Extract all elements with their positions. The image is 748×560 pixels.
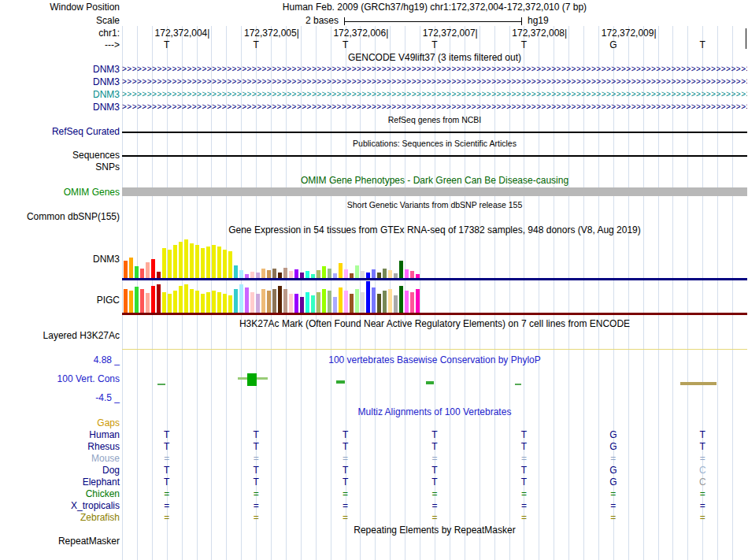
ruler-base: T xyxy=(658,39,747,50)
multiz-base: T xyxy=(211,465,300,476)
multiz-base: = xyxy=(211,453,300,464)
repeatmasker-track-title: Repeating Elements by RepeatMasker xyxy=(122,525,747,536)
gtex-tissue-bar xyxy=(289,294,293,313)
ruler-coordinate-label: 172,372,004| xyxy=(123,28,209,39)
layered-h3k27ac-label[interactable]: Layered H3K27Ac xyxy=(0,330,120,341)
scale-bar-right-tick xyxy=(521,17,522,25)
multiz-base: = xyxy=(480,500,568,511)
gtex-tissue-bar xyxy=(366,281,370,313)
multiz-base: = xyxy=(390,500,479,511)
scale-bar xyxy=(344,21,522,22)
multiz-base: T xyxy=(390,477,479,488)
gtex-tissue-bar xyxy=(278,273,282,278)
multiz-species-label[interactable]: Elephant xyxy=(0,477,120,488)
multiz-base: T xyxy=(301,477,390,488)
omim-gene-bar[interactable] xyxy=(122,187,747,196)
gtex-tissue-bar xyxy=(179,242,183,278)
multiz-species-label[interactable]: Mouse xyxy=(0,453,120,464)
sequences-label[interactable]: Sequences xyxy=(0,150,120,161)
multiz-species-label[interactable]: X_tropicalis xyxy=(0,500,120,511)
gencode-gene-model[interactable]: >>>>>>>>>>>>>>>>>>>>>>>>>>>>>>>>>>>>>>>>… xyxy=(122,89,747,100)
gencode-gene-model[interactable]: >>>>>>>>>>>>>>>>>>>>>>>>>>>>>>>>>>>>>>>>… xyxy=(122,76,747,87)
gtex-tissue-bar xyxy=(217,247,221,278)
gencode-gene-label[interactable]: DNM3 xyxy=(0,64,120,75)
gtex-tissue-bar xyxy=(151,259,155,278)
multiz-base: = xyxy=(658,500,747,511)
multiz-base: = xyxy=(658,453,747,464)
gtex-tissue-bar xyxy=(261,269,265,278)
gtex-tissue-bar xyxy=(372,269,376,278)
gtex-tissue-bar xyxy=(289,271,293,278)
conservation-signal-mark xyxy=(426,381,434,384)
gtex-tissue-bar xyxy=(372,287,376,313)
multiz-species-label[interactable]: Dog xyxy=(0,465,120,476)
multiz-base: C xyxy=(658,477,747,488)
gtex-expression-chart[interactable] xyxy=(124,281,423,313)
gtex-tissue-bar xyxy=(355,289,359,313)
gtex-tissue-bar xyxy=(151,286,155,313)
gtex-tissue-bar xyxy=(217,292,221,313)
multiz-base: T xyxy=(301,429,390,440)
gtex-tissue-bar xyxy=(239,284,243,313)
scale-label: Scale xyxy=(0,15,120,26)
h3k27ac-signal-line xyxy=(122,349,747,350)
ruler-coordinate-label: 172,372,008| xyxy=(480,28,567,39)
gtex-baseline xyxy=(122,278,747,280)
repeatmasker-label[interactable]: RepeatMasker xyxy=(0,536,120,547)
h3k27ac-track-title: H3K27Ac Mark (Often Found Near Active Re… xyxy=(122,318,747,329)
gencode-gene-model[interactable]: >>>>>>>>>>>>>>>>>>>>>>>>>>>>>>>>>>>>>>>>… xyxy=(122,64,747,75)
multiz-species-label[interactable]: Human xyxy=(0,429,120,440)
multiz-base: T xyxy=(480,441,568,452)
conservation-track-label[interactable]: 100 Vert. Cons xyxy=(0,373,120,384)
gtex-tissue-bar xyxy=(394,295,398,313)
gtex-tissue-bar xyxy=(405,291,409,313)
omim-genes-label[interactable]: OMIM Genes xyxy=(0,187,120,198)
genome-browser-tracks-image: Window Position Human Feb. 2009 (GRCh37/… xyxy=(0,0,748,560)
gtex-tissue-bar xyxy=(234,289,238,313)
gtex-tissue-bar xyxy=(388,289,392,313)
gtex-tissue-bar xyxy=(256,273,260,278)
multiz-base: = xyxy=(390,512,479,523)
conservation-track-title: 100 vertebrates Basewise Conservation by… xyxy=(122,354,747,365)
gencode-gene-label[interactable]: DNM3 xyxy=(0,102,120,113)
multiz-base: T xyxy=(390,465,479,476)
gtex-tissue-bar xyxy=(283,268,287,278)
multiz-base: = xyxy=(211,488,300,499)
multiz-base: = xyxy=(568,488,657,499)
gtex-tissue-bar xyxy=(190,243,194,278)
gtex-tissue-bar xyxy=(344,291,348,313)
gtex-tissue-bar xyxy=(283,289,287,313)
gencode-gene-label[interactable]: DNM3 xyxy=(0,76,120,87)
gtex-tissue-bar xyxy=(333,297,337,313)
sequences-item-line[interactable] xyxy=(122,155,747,157)
gtex-tissue-bar xyxy=(261,289,265,313)
dbsnp-track-title: Short Genetic Variants from dbSNP releas… xyxy=(122,200,747,210)
common-dbsnp-label[interactable]: Common dbSNP(155) xyxy=(0,211,120,222)
refseq-gene-line[interactable] xyxy=(122,132,747,133)
conservation-scale-max: 4.88 _ xyxy=(0,354,120,365)
snps-label[interactable]: SNPs xyxy=(0,161,120,172)
multiz-gaps-label[interactable]: Gaps xyxy=(0,417,120,428)
gtex-tissue-bar xyxy=(190,289,194,313)
gtex-expression-chart[interactable] xyxy=(124,239,423,278)
conservation-scale-min: -4.5 _ xyxy=(0,392,120,403)
gencode-gene-label[interactable]: DNM3 xyxy=(0,89,120,100)
refseq-curated-label[interactable]: RefSeq Curated xyxy=(0,126,120,137)
multiz-base: T xyxy=(480,477,568,488)
gtex-tissue-bar xyxy=(256,294,260,313)
ruler-base: T xyxy=(480,39,568,50)
gtex-tissue-bar xyxy=(350,294,354,313)
multiz-base: = xyxy=(301,500,390,511)
multiz-species-label[interactable]: Zebrafish xyxy=(0,512,120,523)
gtex-tissue-bar xyxy=(300,297,304,313)
gtex-gene-label[interactable]: PIGC xyxy=(0,295,120,306)
multiz-base: G xyxy=(568,429,657,440)
gtex-tissue-bar xyxy=(405,269,409,278)
gtex-tissue-bar xyxy=(168,250,172,278)
gtex-tissue-bar xyxy=(250,272,254,278)
gencode-gene-model[interactable]: >>>>>>>>>>>>>>>>>>>>>>>>>>>>>>>>>>>>>>>>… xyxy=(122,102,747,113)
multiz-species-label[interactable]: Chicken xyxy=(0,488,120,499)
gtex-gene-label[interactable]: DNM3 xyxy=(0,254,120,265)
conservation-signal-mark xyxy=(157,384,165,385)
multiz-species-label[interactable]: Rhesus xyxy=(0,441,120,452)
